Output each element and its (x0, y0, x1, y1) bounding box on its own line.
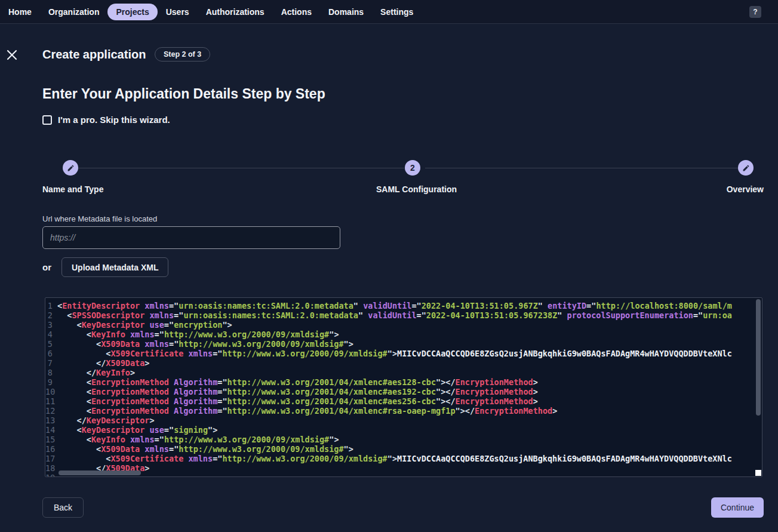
step-2-number: 2 (410, 163, 415, 173)
code-line: 18 </X509Data> (45, 463, 762, 473)
code-line: 17 <X509Certificate xmlns="http://www.w3… (45, 454, 762, 463)
step-connector (68, 168, 404, 168)
step-3-circle[interactable] (738, 160, 754, 176)
close-icon[interactable] (7, 50, 17, 60)
metadata-url-label: Url where Metadata file is located (42, 214, 157, 223)
code-line: 4 <KeyInfo xmlns="http://www.w3.org/2000… (45, 330, 762, 339)
nav-item-organization[interactable]: Organization (40, 4, 108, 20)
code-line: 11 <EncryptionMethod Algorithm="http://w… (45, 396, 762, 406)
nav-item-authorizations[interactable]: Authorizations (198, 4, 273, 20)
code-line: 8 </KeyInfo> (45, 368, 762, 377)
nav-item-users[interactable]: Users (158, 4, 198, 20)
code-line: 2 <SPSSODescriptor xmlns="urn:oasis:name… (45, 310, 762, 320)
skip-wizard-checkbox[interactable] (42, 115, 52, 125)
code-line: 10 <EncryptionMethod Algorithm="http://w… (45, 387, 762, 396)
code-line: 16 <X509Data xmlns="http://www.w3.org/20… (45, 444, 762, 454)
edit-icon (742, 164, 750, 172)
metadata-xml-editor[interactable]: 1<EntityDescriptor xmlns="urn:oasis:name… (45, 297, 762, 477)
step-2-label: SAML Configuration (376, 184, 457, 194)
or-label: or (42, 262, 51, 272)
continue-button[interactable]: Continue (711, 497, 764, 518)
top-navigation: HomeOrganizationProjectsUsersAuthorizati… (0, 0, 778, 24)
step-badge: Step 2 of 3 (155, 47, 210, 61)
code-line: 9 <EncryptionMethod Algorithm="http://ww… (45, 377, 762, 387)
code-line: 6 <X509Certificate xmlns="http://www.w3.… (45, 349, 762, 358)
nav-item-projects[interactable]: Projects (107, 4, 157, 20)
skip-wizard-row: I'm a pro. Skip this wizard. (42, 115, 170, 125)
horizontal-scrollbar[interactable] (59, 471, 141, 475)
edit-icon (67, 164, 75, 172)
resize-handle-icon[interactable] (755, 470, 761, 476)
nav-item-actions[interactable]: Actions (273, 4, 320, 20)
skip-wizard-label: I'm a pro. Skip this wizard. (58, 115, 170, 125)
code-line: 14 <KeyDescriptor use="signing"> (45, 425, 762, 435)
step-2-circle[interactable]: 2 (405, 160, 420, 176)
code-line: 7 </X509Data> (45, 358, 762, 368)
help-button[interactable]: ? (749, 6, 761, 18)
upload-metadata-button[interactable]: Upload Metadata XML (61, 257, 168, 277)
nav-item-home[interactable]: Home (0, 4, 40, 20)
code-line: 19 (45, 473, 762, 477)
step-connector (425, 168, 740, 168)
step-3-label: Overview (727, 184, 764, 194)
code-content: 1<EntityDescriptor xmlns="urn:oasis:name… (45, 298, 762, 477)
code-line: 13 </KeyDescriptor> (45, 416, 762, 425)
metadata-url-input[interactable] (42, 226, 340, 249)
code-line: 15 <KeyInfo xmlns="http://www.w3.org/200… (45, 435, 762, 444)
nav-item-domains[interactable]: Domains (320, 4, 372, 20)
back-button[interactable]: Back (42, 497, 84, 518)
nav-item-settings[interactable]: Settings (372, 4, 422, 20)
step-1-circle[interactable] (63, 160, 78, 176)
wizard-heading: Enter Your Application Details Step by S… (42, 86, 325, 102)
step-1-label: Name and Type (42, 184, 103, 194)
code-line: 1<EntityDescriptor xmlns="urn:oasis:name… (45, 301, 762, 310)
vertical-scrollbar[interactable] (756, 299, 761, 416)
code-line: 3 <KeyDescriptor use="encryption"> (45, 320, 762, 330)
code-line: 12 <EncryptionMethod Algorithm="http://w… (45, 406, 762, 416)
page-title: Create application (42, 48, 146, 61)
wizard-stepper: 2 Name and Type SAML Configuration Overv… (42, 160, 764, 196)
nav-items: HomeOrganizationProjectsUsersAuthorizati… (0, 4, 422, 20)
code-line: 5 <X509Data xmlns="http://www.w3.org/200… (45, 339, 762, 349)
